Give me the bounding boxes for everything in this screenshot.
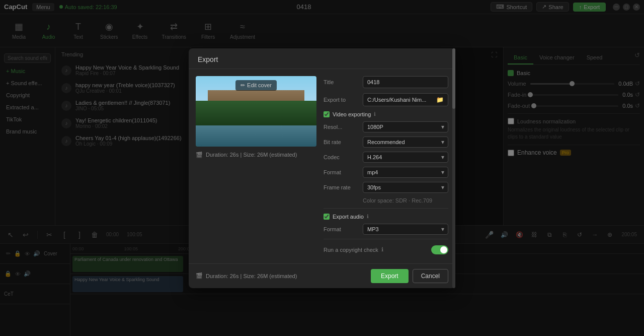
form-divider2: [324, 239, 448, 239]
title-input[interactable]: [363, 76, 448, 88]
codec-select-wrapper[interactable]: H.264 H.265: [363, 152, 448, 163]
folder-icon[interactable]: 📁: [436, 96, 444, 103]
video-info-icon: ℹ: [374, 111, 376, 117]
dialog-cancel-button[interactable]: Cancel: [413, 269, 448, 283]
video-checkbox[interactable]: [324, 111, 330, 117]
export-to-label: Export to: [324, 97, 359, 103]
bitrate-label: Bit rate: [324, 139, 359, 145]
bitrate-row: Bit rate Recommended Low High: [324, 137, 448, 148]
audio-info-icon: ℹ: [367, 214, 369, 219]
audio-format-row: Format MP3 AAC: [324, 224, 448, 235]
framerate-select-wrapper[interactable]: 30fps 24fps 60fps: [363, 182, 448, 193]
video-section-header: Video exporting ℹ: [324, 111, 448, 117]
preview-trees: [196, 101, 316, 125]
audio-section-header: Export audio ℹ: [324, 214, 448, 220]
scrollbar-thumb[interactable]: [452, 48, 455, 109]
film-icon: 🎬: [196, 273, 203, 279]
codec-row: Codec H.264 H.265: [324, 152, 448, 163]
framerate-label: Frame rate: [324, 184, 359, 190]
export-dialog: Export ✏ Edit cover 🎬: [189, 48, 455, 288]
format-row: Format mp4 mov: [324, 167, 448, 178]
resolution-select-wrapper[interactable]: 1080P 720P 480P: [363, 121, 448, 132]
preview-water: [196, 125, 316, 147]
dialog-scrollbar[interactable]: [452, 48, 455, 288]
footer-info: 🎬 Duration: 26s | Size: 26M (estimated): [196, 273, 297, 279]
export-path-input[interactable]: C:/Users/Kushani Nim... 📁: [363, 93, 448, 106]
copyright-text: Run a copyright check: [324, 247, 378, 253]
format-select[interactable]: mp4 mov: [363, 167, 448, 178]
bitrate-select[interactable]: Recommended Low High: [363, 137, 448, 148]
dialog-overlay: Export ✏ Edit cover 🎬: [0, 0, 644, 336]
resolution-select[interactable]: 1080P 720P 480P: [363, 121, 448, 132]
color-space-text: Color space: SDR · Rec.709: [324, 197, 432, 204]
duration-icon: 🎬: [196, 152, 203, 158]
dialog-body: ✏ Edit cover 🎬 Duration: 26s | Size: 26M…: [189, 69, 455, 263]
format-label: Format: [324, 169, 359, 175]
audio-format-label: Format: [324, 226, 359, 232]
audio-section-label: Export audio: [333, 214, 364, 220]
copyright-label: Run a copyright check ℹ: [324, 246, 383, 253]
color-space-row: Color space: SDR · Rec.709: [324, 197, 448, 204]
dialog-preview: ✏ Edit cover 🎬 Duration: 26s | Size: 26M…: [196, 76, 316, 256]
edit-cover-label: Edit cover: [247, 82, 272, 88]
framerate-select[interactable]: 30fps 24fps 60fps: [363, 182, 448, 193]
dialog-export-button[interactable]: Export: [371, 269, 409, 283]
edit-icon: ✏: [240, 82, 245, 89]
framerate-row: Frame rate 30fps 24fps 60fps: [324, 182, 448, 193]
copyright-row: Run a copyright check ℹ: [324, 243, 448, 256]
export-to-row: Export to C:/Users/Kushani Nim... 📁: [324, 93, 448, 106]
edit-cover-button[interactable]: ✏ Edit cover: [235, 80, 277, 91]
duration-text: Duration: 26s | Size: 26M (estimated): [206, 152, 297, 158]
footer-duration-text: Duration: 26s | Size: 26M (estimated): [206, 273, 297, 279]
copyright-toggle[interactable]: [431, 245, 448, 254]
title-label: Title: [324, 79, 359, 85]
resolution-row: Resol... 1080P 720P 480P: [324, 121, 448, 132]
codec-label: Codec: [324, 154, 359, 160]
audio-checkbox[interactable]: [324, 214, 330, 220]
resolution-label: Resol...: [324, 124, 359, 130]
dialog-form: Title Export to C:/Users/Kushani Nim... …: [324, 76, 448, 256]
bitrate-select-wrapper[interactable]: Recommended Low High: [363, 137, 448, 148]
codec-select[interactable]: H.264 H.265: [363, 152, 448, 163]
copyright-info-icon: ℹ: [381, 246, 383, 253]
form-divider: [324, 208, 448, 209]
audio-format-select-wrapper[interactable]: MP3 AAC: [363, 224, 448, 235]
format-select-wrapper[interactable]: mp4 mov: [363, 167, 448, 178]
audio-format-select[interactable]: MP3 AAC: [363, 224, 448, 235]
video-section-label: Video exporting: [333, 111, 371, 117]
title-row: Title: [324, 76, 448, 88]
footer-buttons: Export Cancel: [371, 269, 448, 283]
export-path-text: C:/Users/Kushani Nim...: [367, 97, 426, 103]
duration-info: 🎬 Duration: 26s | Size: 26M (estimated): [196, 152, 316, 158]
dialog-title: Export: [189, 48, 455, 69]
dialog-footer: 🎬 Duration: 26s | Size: 26M (estimated) …: [189, 263, 455, 288]
